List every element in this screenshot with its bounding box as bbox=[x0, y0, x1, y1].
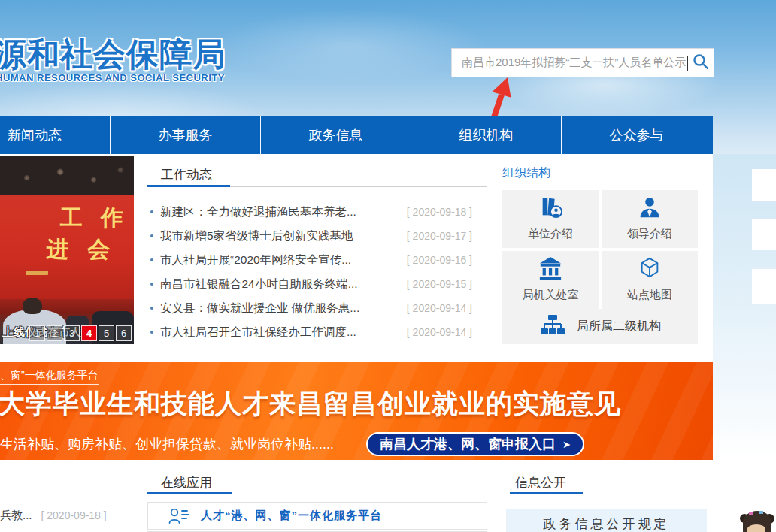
user-list-icon bbox=[168, 507, 189, 525]
nav-item-services[interactable]: 办事服务 bbox=[110, 116, 260, 154]
carousel-pagination: 1 2 3 4 5 6 bbox=[29, 325, 132, 341]
news-row[interactable]: 新建区：全力做好退捕渔民基本养老... [ 2020-09-18 ] bbox=[147, 200, 487, 224]
cube-icon bbox=[637, 256, 662, 283]
nav-item-public-participation[interactable]: 公众参与 bbox=[561, 116, 711, 154]
news-row[interactable]: 我市新增5家省级博士后创新实践基地 [ 2020-09-17 ] bbox=[147, 224, 487, 248]
left-news-row-partial[interactable]: 兵教... [ 2020-09-18 ] bbox=[0, 505, 128, 526]
search-input[interactable]: 南昌市2019年拟招募“三支一扶”人员名单公示 bbox=[452, 56, 687, 70]
search-button[interactable] bbox=[688, 49, 714, 77]
arrow-right-icon: ➤ bbox=[562, 439, 571, 450]
search-icon bbox=[692, 53, 710, 73]
promo-banner-title: 大学毕业生和技能人才来昌留昌创业就业的实施意见 bbox=[0, 386, 621, 422]
nav-item-gov-info[interactable]: 政务信息 bbox=[260, 116, 411, 154]
org-card-subordinate-agencies[interactable]: 局所属二级机构 bbox=[502, 309, 698, 344]
news-carousel[interactable]: 工 作 进 会 上线仪式在市人社 1 2 3 4 5 6 bbox=[0, 156, 134, 344]
nav-item-organization[interactable]: 组织机构 bbox=[411, 116, 561, 154]
carousel-page-5[interactable]: 5 bbox=[99, 325, 114, 341]
carousel-page-6[interactable]: 6 bbox=[116, 325, 132, 341]
carousel-page-2[interactable]: 2 bbox=[47, 325, 62, 341]
tab-underline-active bbox=[147, 492, 232, 494]
tab-underline-active bbox=[510, 492, 583, 494]
tab-underline-rest bbox=[583, 494, 707, 494]
news-row[interactable]: 安义县：做实就业援企业 做优服务惠... [ 2020-09-14 ] bbox=[147, 296, 487, 320]
news-row[interactable]: 市人社局开展“2020年网络安全宣传... [ 2020-09-16 ] bbox=[147, 248, 487, 272]
tab-info-public[interactable]: 信息公开 bbox=[515, 474, 566, 491]
site-logo-english: HUMAN RESOURCES AND SOCIAL SECURITY bbox=[0, 72, 225, 83]
person-icon bbox=[638, 195, 662, 222]
bullet-icon bbox=[150, 331, 153, 334]
tab-work-news[interactable]: 工作动态 bbox=[161, 166, 212, 183]
bullet-icon bbox=[150, 210, 153, 213]
tab-underline-rest bbox=[232, 494, 487, 494]
carousel-photo-stage-lights bbox=[0, 156, 134, 195]
promo-banner-small-text: 、窗”一体化服务平台 bbox=[0, 369, 99, 385]
promo-banner-subtitle: 生活补贴、购房补贴、创业担保贷款、就业岗位补贴...... bbox=[0, 435, 334, 453]
carousel-banner-subtext bbox=[26, 271, 48, 275]
online-app-row-talent-platform[interactable]: 人才“港、网、窗”一体化服务平台 bbox=[147, 502, 487, 530]
side-widget-1[interactable] bbox=[752, 169, 776, 201]
org-card-departments[interactable]: 局机关处室 bbox=[502, 251, 599, 309]
org-card-unit-intro[interactable]: 单位介绍 bbox=[502, 190, 599, 248]
bullet-icon bbox=[150, 258, 153, 261]
carousel-page-3[interactable]: 3 bbox=[64, 325, 80, 341]
tab-underline-active bbox=[147, 185, 230, 187]
news-list: 新建区：全力做好退捕渔民基本养老... [ 2020-09-18 ] 我市新增5… bbox=[147, 200, 487, 344]
child-head-photo bbox=[740, 506, 776, 532]
news-row[interactable]: 南昌市社银融合24小时自助服务终端... [ 2020-09-15 ] bbox=[147, 272, 487, 296]
carousel-banner-text-line1: 工 作 bbox=[60, 203, 129, 234]
info-public-rules-link[interactable]: 政务信息公开规定 bbox=[506, 509, 707, 532]
book-icon bbox=[538, 195, 563, 222]
org-card-grid: 单位介绍 领导介绍 局机关处室 bbox=[502, 190, 698, 309]
side-widget-3[interactable] bbox=[752, 269, 776, 304]
carousel-page-1[interactable]: 1 bbox=[29, 325, 45, 341]
tab-underline-rest bbox=[230, 186, 487, 187]
site-logo-chinese: 源和社会保障局 bbox=[0, 33, 226, 77]
org-structure-heading[interactable]: 组织结构 bbox=[502, 165, 550, 181]
main-navigation: 新闻动态 办事服务 政务信息 组织机构 公众参与 bbox=[0, 116, 713, 154]
tab-online-apps[interactable]: 在线应用 bbox=[161, 474, 212, 491]
side-widget-2[interactable] bbox=[752, 219, 776, 250]
news-row[interactable]: 市人社局召开全市社保经办工作调度... [ 2020-09-14 ] bbox=[147, 320, 487, 344]
left-tab-underline bbox=[0, 494, 128, 494]
org-card-leader-intro[interactable]: 领导介绍 bbox=[602, 190, 698, 248]
talent-portal-entry-button[interactable]: 南昌人才港、网、窗申报入口 ➤ bbox=[366, 432, 584, 456]
bullet-icon bbox=[150, 307, 153, 310]
carousel-banner-text-line2: 进 会 bbox=[47, 234, 116, 265]
search-box[interactable]: 南昌市2019年拟招募“三支一扶”人员名单公示 bbox=[451, 48, 714, 77]
bank-icon bbox=[538, 256, 563, 283]
bullet-icon bbox=[150, 234, 153, 237]
carousel-page-4-active[interactable]: 4 bbox=[81, 325, 97, 341]
bullet-icon bbox=[150, 283, 153, 286]
nav-item-news[interactable]: 新闻动态 bbox=[0, 116, 110, 154]
org-card-sitemap[interactable]: 站点地图 bbox=[602, 251, 698, 309]
sitemap-icon bbox=[539, 314, 566, 340]
